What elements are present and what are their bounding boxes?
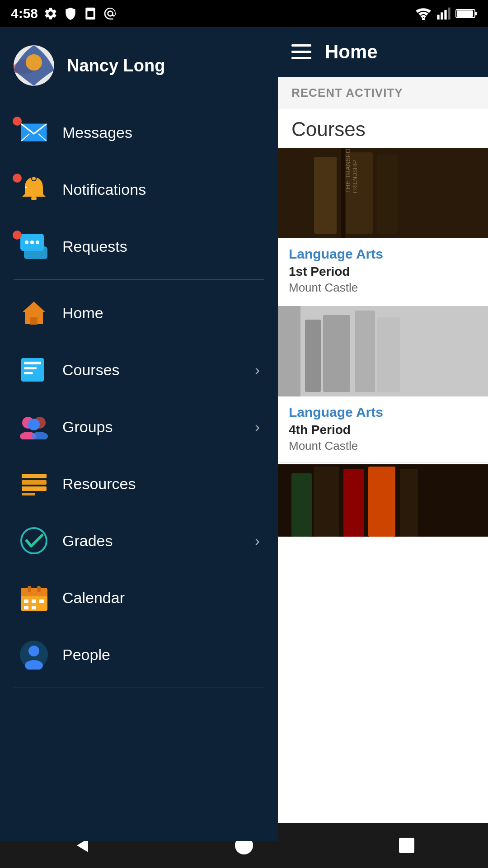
resources-icon	[18, 468, 50, 500]
sidebar-item-notifications[interactable]: Notifications	[0, 161, 278, 218]
calendar-label: Calendar	[62, 589, 125, 607]
sidebar-item-messages[interactable]: Messages	[0, 104, 278, 161]
svg-rect-9	[457, 10, 473, 17]
status-bar: 4:58	[0, 0, 488, 27]
groups-label: Groups	[62, 418, 113, 436]
right-panel: Home RECENT ACTIVITY Courses THE TRANSFO…	[278, 27, 488, 841]
calendar-icon	[18, 582, 50, 613]
wifi-icon	[415, 7, 432, 20]
sim-icon	[83, 6, 98, 21]
svg-point-31	[28, 419, 40, 430]
notification-dot-requests	[13, 231, 22, 240]
course-period-2: 4th Period	[289, 423, 477, 437]
svg-rect-26	[24, 362, 41, 364]
svg-rect-34	[22, 474, 47, 478]
svg-rect-73	[291, 473, 312, 537]
svg-rect-24	[30, 317, 38, 325]
svg-rect-45	[32, 599, 36, 603]
messages-label: Messages	[62, 124, 132, 142]
right-panel-title: Home	[325, 41, 378, 63]
svg-rect-27	[24, 367, 37, 369]
course-card-3[interactable]	[278, 464, 488, 537]
divider-2	[14, 688, 264, 688]
sidebar-item-groups[interactable]: Groups ›	[0, 398, 278, 455]
sidebar-item-calendar[interactable]: Calendar	[0, 569, 278, 626]
svg-rect-72	[400, 469, 418, 537]
svg-rect-44	[24, 599, 28, 603]
svg-text:THE TRANSFORMING: THE TRANSFORMING	[344, 148, 352, 193]
svg-rect-54	[291, 57, 311, 59]
svg-rect-58	[377, 155, 398, 234]
svg-rect-43	[37, 586, 41, 592]
notifications-label: Notifications	[62, 181, 146, 198]
svg-rect-65	[305, 320, 321, 392]
svg-rect-71	[368, 467, 395, 537]
svg-rect-61	[341, 148, 345, 238]
svg-rect-3	[437, 15, 439, 20]
mail-icon	[18, 117, 50, 148]
people-label: People	[62, 646, 110, 664]
svg-rect-8	[475, 12, 477, 15]
svg-point-20	[25, 241, 28, 244]
right-header: Home	[278, 27, 488, 77]
svg-rect-57	[314, 157, 337, 234]
sidebar-item-courses[interactable]: Courses ›	[0, 341, 278, 398]
sidebar-item-grades[interactable]: Grades ›	[0, 512, 278, 569]
status-time: 4:58	[11, 6, 38, 21]
courses-label: Courses	[62, 361, 120, 379]
course-school-2: Mount Castle	[289, 439, 477, 453]
svg-rect-19	[24, 246, 47, 259]
svg-rect-28	[24, 372, 33, 374]
svg-rect-37	[22, 493, 35, 495]
svg-rect-4	[441, 12, 443, 19]
at-icon	[103, 6, 117, 21]
svg-point-50	[28, 646, 39, 656]
courses-section-title: Courses	[278, 109, 488, 148]
notification-dot-notifications	[13, 174, 22, 183]
svg-rect-5	[444, 10, 446, 19]
settings-icon	[43, 6, 58, 21]
resources-label: Resources	[62, 475, 136, 493]
sidebar-item-people[interactable]: People	[0, 626, 278, 683]
svg-rect-47	[24, 606, 28, 609]
notification-dot-messages	[13, 117, 22, 126]
shield-icon	[63, 6, 78, 21]
sidebar-item-requests[interactable]: Requests	[0, 218, 278, 275]
svg-rect-66	[377, 317, 400, 392]
home-icon	[18, 297, 50, 329]
svg-rect-53	[291, 51, 311, 53]
sidebar-item-resources[interactable]: Resources	[0, 455, 278, 512]
signal-icon	[436, 6, 451, 21]
sidebar: Nancy Long Messages	[0, 27, 278, 841]
requests-label: Requests	[62, 238, 127, 255]
course-card-2[interactable]: Language Arts 4th Period Mount Castle	[278, 306, 488, 462]
svg-rect-70	[343, 469, 364, 537]
course-school-1: Mount Castle	[289, 281, 477, 295]
course-image-1: THE TRANSFORMING FRIENDSHIP	[278, 148, 488, 238]
svg-rect-42	[28, 586, 31, 592]
svg-point-38	[21, 528, 47, 553]
svg-point-22	[36, 241, 39, 244]
hamburger-icon[interactable]	[291, 44, 311, 60]
home-label: Home	[62, 304, 103, 322]
user-name: Nancy Long	[67, 56, 165, 75]
svg-rect-1	[87, 11, 93, 17]
svg-rect-40	[21, 588, 47, 597]
courses-icon	[18, 354, 50, 386]
nav-section-notifications: Messages Notifications	[0, 104, 278, 841]
svg-rect-63	[323, 315, 350, 392]
chat-icon	[18, 231, 50, 262]
svg-point-33	[32, 432, 48, 439]
people-icon	[18, 639, 50, 670]
svg-rect-6	[448, 8, 450, 20]
main-container: Nancy Long Messages	[0, 27, 488, 841]
svg-rect-64	[355, 311, 375, 392]
sidebar-item-home[interactable]: Home	[0, 284, 278, 341]
recents-button[interactable]	[389, 827, 425, 863]
svg-rect-25	[21, 358, 44, 382]
courses-chevron: ›	[255, 362, 260, 378]
course-card-1[interactable]: THE TRANSFORMING FRIENDSHIP Language Art…	[278, 148, 488, 304]
svg-rect-76	[399, 838, 414, 853]
svg-rect-46	[39, 599, 44, 603]
course-info-2: Language Arts 4th Period Mount Castle	[278, 396, 488, 462]
